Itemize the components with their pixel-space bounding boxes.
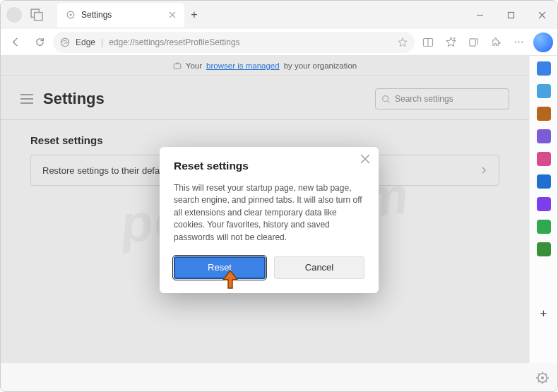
address-path: edge://settings/resetProfileSettings bbox=[109, 37, 392, 47]
address-app-label: Edge bbox=[76, 37, 95, 47]
menu-button[interactable] bbox=[508, 32, 529, 53]
refresh-button[interactable] bbox=[29, 32, 50, 53]
maximize-button[interactable] bbox=[495, 1, 526, 29]
toolbar: Edge | edge://settings/resetProfileSetti… bbox=[1, 29, 557, 56]
svg-point-5 bbox=[61, 38, 69, 46]
tab-title: Settings bbox=[81, 10, 163, 20]
outlook-icon[interactable] bbox=[537, 174, 551, 189]
toolbox-icon[interactable] bbox=[537, 107, 551, 121]
dialog-close-button[interactable] bbox=[360, 154, 370, 164]
collections-icon[interactable] bbox=[463, 32, 484, 53]
split-screen-icon[interactable] bbox=[417, 32, 439, 53]
settings-header: Settings Search settings bbox=[1, 76, 529, 119]
dialog-body: This will reset your startup page, new t… bbox=[174, 182, 364, 244]
search-settings-input[interactable]: Search settings bbox=[375, 88, 509, 109]
tab-actions-icon[interactable] bbox=[30, 8, 43, 21]
search-icon bbox=[381, 95, 391, 104]
titlebar: Settings + bbox=[1, 1, 557, 29]
sidebar-settings-icon[interactable] bbox=[536, 372, 549, 384]
dialog-buttons: Reset Cancel bbox=[174, 256, 364, 279]
gear-icon bbox=[66, 10, 76, 20]
svg-rect-4 bbox=[508, 12, 514, 18]
drop-icon[interactable] bbox=[537, 197, 551, 211]
svg-point-8 bbox=[514, 41, 516, 42]
copilot-button[interactable] bbox=[533, 32, 553, 52]
dialog-title: Reset settings bbox=[174, 160, 364, 172]
favorites-icon[interactable] bbox=[440, 32, 461, 53]
profile-avatar[interactable] bbox=[6, 7, 22, 23]
cancel-button[interactable]: Cancel bbox=[274, 256, 364, 279]
new-tab-button[interactable]: + bbox=[184, 8, 204, 21]
window-controls bbox=[464, 1, 557, 29]
svg-point-14 bbox=[541, 376, 544, 379]
back-button[interactable] bbox=[5, 32, 26, 53]
close-icon[interactable] bbox=[169, 11, 176, 18]
svg-point-10 bbox=[521, 41, 523, 42]
reset-settings-dialog: Reset settings This will reset your star… bbox=[160, 147, 379, 293]
edge-icon bbox=[60, 37, 70, 47]
address-bar[interactable]: Edge | edge://settings/resetProfileSetti… bbox=[53, 32, 415, 53]
svg-point-3 bbox=[70, 14, 72, 16]
svg-rect-11 bbox=[174, 64, 180, 69]
search-icon[interactable] bbox=[537, 61, 551, 76]
extensions-icon[interactable] bbox=[485, 32, 506, 53]
close-window-button[interactable] bbox=[526, 1, 557, 29]
minimize-button[interactable] bbox=[464, 1, 495, 29]
tree-icon[interactable] bbox=[537, 242, 551, 256]
cursor-pointer-icon bbox=[221, 269, 239, 290]
address-separator: | bbox=[101, 37, 103, 47]
managed-text-prefix: Your bbox=[186, 61, 202, 70]
edge-sidebar: + bbox=[529, 56, 557, 363]
reset-button[interactable]: Reset bbox=[174, 256, 266, 279]
search-placeholder: Search settings bbox=[395, 94, 453, 104]
menu-icon[interactable] bbox=[20, 94, 33, 104]
sidebar-add-button[interactable]: + bbox=[540, 307, 547, 321]
games-icon[interactable] bbox=[537, 129, 551, 143]
favorite-icon[interactable] bbox=[398, 37, 408, 47]
managed-banner: Your browser is managed by your organiza… bbox=[1, 56, 529, 76]
shopping-icon[interactable] bbox=[537, 84, 551, 98]
divider bbox=[1, 119, 529, 120]
managed-link[interactable]: browser is managed bbox=[206, 61, 280, 70]
svg-rect-1 bbox=[35, 13, 42, 20]
briefcase-icon bbox=[173, 61, 182, 70]
chevron-right-icon bbox=[480, 167, 487, 174]
svg-point-9 bbox=[518, 41, 519, 42]
tools-icon[interactable] bbox=[537, 152, 551, 166]
page-title: Settings bbox=[43, 90, 105, 108]
svg-rect-7 bbox=[469, 39, 475, 46]
browser-window: Settings + Edge | edge://settings/resetP… bbox=[0, 0, 558, 392]
image-icon[interactable] bbox=[537, 220, 551, 234]
svg-point-12 bbox=[383, 95, 388, 101]
browser-tab[interactable]: Settings bbox=[57, 3, 184, 27]
managed-text-suffix: by your organization bbox=[284, 61, 357, 70]
